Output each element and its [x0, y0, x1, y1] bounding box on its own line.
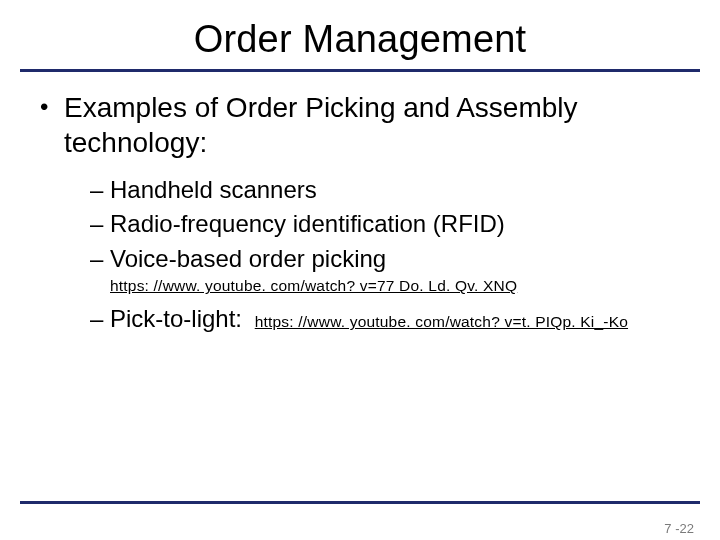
sub-item-label: Pick-to-light:: [110, 305, 242, 332]
sub-item-voice: – Voice-based order picking: [90, 243, 680, 275]
sub-list: – Handheld scanners – Radio-frequency id…: [90, 174, 680, 275]
bullet-text: Examples of Order Picking and Assembly t…: [64, 90, 680, 160]
sub-item-handheld: – Handheld scanners: [90, 174, 680, 206]
sub-list-continued: – Pick-to-light: https: //www. youtube. …: [90, 303, 680, 335]
sub-item-label: Handheld scanners: [110, 174, 317, 206]
sub-item-rfid: – Radio-frequency identification (RFID): [90, 208, 680, 240]
dash-icon: –: [90, 174, 110, 206]
content-area: • Examples of Order Picking and Assembly…: [0, 72, 720, 336]
link-pick-to-light-video[interactable]: https: //www. youtube. com/watch? v=t. P…: [255, 313, 628, 330]
bullet-icon: •: [40, 90, 64, 124]
sub-item-label: Radio-frequency identification (RFID): [110, 208, 505, 240]
slide-title: Order Management: [0, 18, 720, 61]
sub-item-pick-to-light: – Pick-to-light: https: //www. youtube. …: [90, 303, 680, 335]
slide: Order Management • Examples of Order Pic…: [0, 18, 720, 540]
dash-icon: –: [90, 243, 110, 275]
dash-icon: –: [90, 303, 110, 335]
dash-icon: –: [90, 208, 110, 240]
sub-item-label: Voice-based order picking: [110, 243, 386, 275]
page-number: 7 -22: [664, 521, 694, 536]
footer-rule: [20, 501, 700, 504]
link-voice-video[interactable]: https: //www. youtube. com/watch? v=77 D…: [110, 277, 680, 295]
bullet-main: • Examples of Order Picking and Assembly…: [40, 90, 680, 160]
